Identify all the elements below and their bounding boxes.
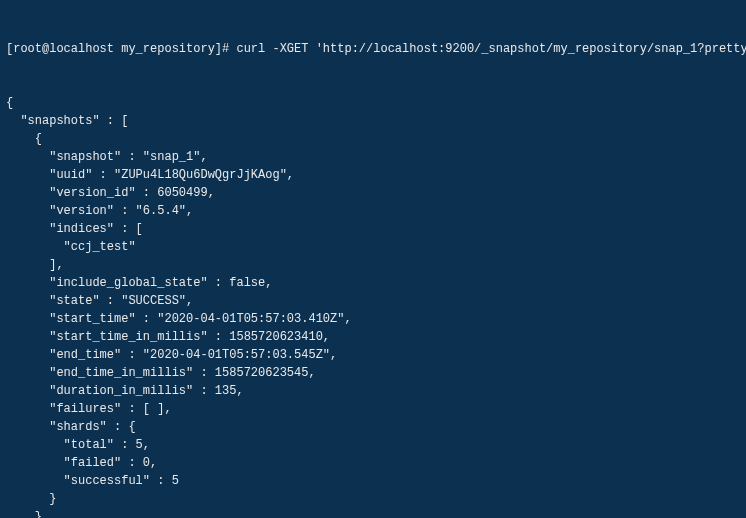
json-line: "uuid" : "ZUPu4L18Qu6DwQgrJjKAog", <box>6 166 740 184</box>
json-line: "snapshot" : "snap_1", <box>6 148 740 166</box>
json-line: "start_time_in_millis" : 1585720623410, <box>6 328 740 346</box>
json-line: "total" : 5, <box>6 436 740 454</box>
json-line: "ccj_test" <box>6 238 740 256</box>
curl-command: curl -XGET <box>236 42 315 56</box>
terminal-window[interactable]: [root@localhost my_repository]# curl -XG… <box>0 0 746 518</box>
json-line: "start_time" : "2020-04-01T05:57:03.410Z… <box>6 310 740 328</box>
json-line: "end_time" : "2020-04-01T05:57:03.545Z", <box>6 346 740 364</box>
json-line: "include_global_state" : false, <box>6 274 740 292</box>
json-line: { <box>6 130 740 148</box>
json-line: "failures" : [ ], <box>6 400 740 418</box>
json-line: "version" : "6.5.4", <box>6 202 740 220</box>
json-line: } <box>6 508 740 518</box>
json-line: "duration_in_millis" : 135, <box>6 382 740 400</box>
json-line: "version_id" : 6050499, <box>6 184 740 202</box>
json-line: { <box>6 94 740 112</box>
json-line: "state" : "SUCCESS", <box>6 292 740 310</box>
json-line: } <box>6 490 740 508</box>
json-line: "failed" : 0, <box>6 454 740 472</box>
command-line: [root@localhost my_repository]# curl -XG… <box>6 40 740 58</box>
json-line: "snapshots" : [ <box>6 112 740 130</box>
json-line: "successful" : 5 <box>6 472 740 490</box>
shell-prompt: [root@localhost my_repository]# <box>6 42 236 56</box>
request-url: 'http://localhost:9200/_snapshot/my_repo… <box>316 42 746 56</box>
json-line: "indices" : [ <box>6 220 740 238</box>
json-output: { "snapshots" : [ { "snapshot" : "snap_1… <box>6 94 740 518</box>
json-line: ], <box>6 256 740 274</box>
json-line: "shards" : { <box>6 418 740 436</box>
json-line: "end_time_in_millis" : 1585720623545, <box>6 364 740 382</box>
